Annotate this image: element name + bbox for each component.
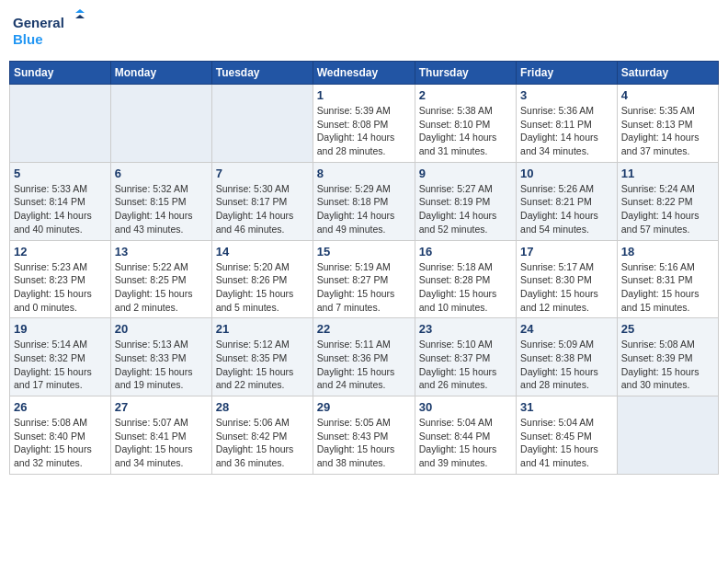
calendar-day-cell: 13Sunrise: 5:22 AM Sunset: 8:25 PM Dayli… xyxy=(110,240,211,318)
page-header: General Blue xyxy=(9,9,719,53)
calendar-week-row: 5Sunrise: 5:33 AM Sunset: 8:14 PM Daylig… xyxy=(10,162,719,240)
day-info: Sunrise: 5:32 AM Sunset: 8:15 PM Dayligh… xyxy=(115,182,208,236)
calendar-day-cell: 15Sunrise: 5:19 AM Sunset: 8:27 PM Dayli… xyxy=(313,240,415,318)
day-number: 23 xyxy=(419,322,512,336)
svg-marker-3 xyxy=(75,15,85,18)
calendar-day-cell: 14Sunrise: 5:20 AM Sunset: 8:26 PM Dayli… xyxy=(211,240,313,318)
weekday-header-cell: Sunday xyxy=(10,62,111,85)
calendar-day-cell xyxy=(110,85,211,163)
day-info: Sunrise: 5:08 AM Sunset: 8:40 PM Dayligh… xyxy=(14,416,107,470)
day-number: 11 xyxy=(621,167,714,180)
day-info: Sunrise: 5:06 AM Sunset: 8:42 PM Dayligh… xyxy=(216,416,309,470)
calendar-day-cell: 5Sunrise: 5:33 AM Sunset: 8:14 PM Daylig… xyxy=(10,162,111,240)
calendar-table: SundayMondayTuesdayWednesdayThursdayFrid… xyxy=(9,61,719,475)
day-number: 22 xyxy=(317,322,411,336)
day-number: 14 xyxy=(216,245,309,259)
day-number: 13 xyxy=(115,245,208,259)
calendar-day-cell: 19Sunrise: 5:14 AM Sunset: 8:32 PM Dayli… xyxy=(10,318,111,396)
day-info: Sunrise: 5:10 AM Sunset: 8:37 PM Dayligh… xyxy=(419,338,512,392)
calendar-day-cell: 1Sunrise: 5:39 AM Sunset: 8:08 PM Daylig… xyxy=(313,85,415,163)
day-number: 5 xyxy=(14,167,107,180)
day-info: Sunrise: 5:24 AM Sunset: 8:22 PM Dayligh… xyxy=(621,182,714,236)
day-number: 27 xyxy=(115,400,208,414)
calendar-day-cell: 22Sunrise: 5:11 AM Sunset: 8:36 PM Dayli… xyxy=(313,318,415,396)
calendar-day-cell: 2Sunrise: 5:38 AM Sunset: 8:10 PM Daylig… xyxy=(415,85,516,163)
calendar-day-cell: 9Sunrise: 5:27 AM Sunset: 8:19 PM Daylig… xyxy=(415,162,516,240)
calendar-day-cell: 20Sunrise: 5:13 AM Sunset: 8:33 PM Dayli… xyxy=(110,318,211,396)
day-number: 24 xyxy=(520,322,613,336)
calendar-day-cell: 23Sunrise: 5:10 AM Sunset: 8:37 PM Dayli… xyxy=(415,318,516,396)
calendar-day-cell: 16Sunrise: 5:18 AM Sunset: 8:28 PM Dayli… xyxy=(415,240,516,318)
calendar-day-cell: 17Sunrise: 5:17 AM Sunset: 8:30 PM Dayli… xyxy=(517,240,618,318)
day-number: 6 xyxy=(115,167,208,180)
weekday-header-cell: Wednesday xyxy=(313,62,415,85)
day-info: Sunrise: 5:20 AM Sunset: 8:26 PM Dayligh… xyxy=(216,260,309,315)
day-info: Sunrise: 5:16 AM Sunset: 8:31 PM Dayligh… xyxy=(621,260,714,315)
day-number: 8 xyxy=(317,167,411,180)
day-info: Sunrise: 5:26 AM Sunset: 8:21 PM Dayligh… xyxy=(520,182,613,236)
calendar-day-cell: 7Sunrise: 5:30 AM Sunset: 8:17 PM Daylig… xyxy=(211,162,313,240)
calendar-day-cell: 10Sunrise: 5:26 AM Sunset: 8:21 PM Dayli… xyxy=(517,162,618,240)
day-info: Sunrise: 5:11 AM Sunset: 8:36 PM Dayligh… xyxy=(317,338,411,392)
day-number: 21 xyxy=(216,322,309,336)
day-info: Sunrise: 5:27 AM Sunset: 8:19 PM Dayligh… xyxy=(419,182,512,236)
day-info: Sunrise: 5:30 AM Sunset: 8:17 PM Dayligh… xyxy=(216,182,309,236)
day-info: Sunrise: 5:19 AM Sunset: 8:27 PM Dayligh… xyxy=(317,260,411,315)
day-number: 25 xyxy=(621,322,714,336)
calendar-day-cell: 26Sunrise: 5:08 AM Sunset: 8:40 PM Dayli… xyxy=(10,396,111,475)
day-number: 7 xyxy=(216,167,309,180)
day-info: Sunrise: 5:33 AM Sunset: 8:14 PM Dayligh… xyxy=(14,182,107,236)
calendar-day-cell: 12Sunrise: 5:23 AM Sunset: 8:23 PM Dayli… xyxy=(10,240,111,318)
day-info: Sunrise: 5:18 AM Sunset: 8:28 PM Dayligh… xyxy=(419,260,512,315)
calendar-day-cell: 4Sunrise: 5:35 AM Sunset: 8:13 PM Daylig… xyxy=(617,85,718,163)
calendar-day-cell: 27Sunrise: 5:07 AM Sunset: 8:41 PM Dayli… xyxy=(110,396,211,475)
day-info: Sunrise: 5:38 AM Sunset: 8:10 PM Dayligh… xyxy=(419,104,512,158)
calendar-day-cell xyxy=(211,85,313,163)
day-number: 4 xyxy=(621,88,714,102)
calendar-day-cell: 25Sunrise: 5:08 AM Sunset: 8:39 PM Dayli… xyxy=(617,318,718,396)
day-info: Sunrise: 5:08 AM Sunset: 8:39 PM Dayligh… xyxy=(621,338,714,392)
calendar-day-cell: 21Sunrise: 5:12 AM Sunset: 8:35 PM Dayli… xyxy=(211,318,313,396)
weekday-header-row: SundayMondayTuesdayWednesdayThursdayFrid… xyxy=(10,62,719,85)
day-number: 31 xyxy=(520,400,613,414)
day-number: 1 xyxy=(317,88,411,102)
day-info: Sunrise: 5:12 AM Sunset: 8:35 PM Dayligh… xyxy=(216,338,309,392)
day-info: Sunrise: 5:39 AM Sunset: 8:08 PM Dayligh… xyxy=(317,104,411,158)
day-info: Sunrise: 5:17 AM Sunset: 8:30 PM Dayligh… xyxy=(520,260,613,315)
day-info: Sunrise: 5:29 AM Sunset: 8:18 PM Dayligh… xyxy=(317,182,411,236)
calendar-day-cell: 29Sunrise: 5:05 AM Sunset: 8:43 PM Dayli… xyxy=(313,396,415,475)
logo-svg: General Blue xyxy=(13,9,86,53)
calendar-day-cell: 8Sunrise: 5:29 AM Sunset: 8:18 PM Daylig… xyxy=(313,162,415,240)
svg-text:General: General xyxy=(13,15,64,30)
day-info: Sunrise: 5:04 AM Sunset: 8:45 PM Dayligh… xyxy=(520,416,613,470)
weekday-header-cell: Monday xyxy=(110,62,211,85)
calendar-day-cell: 6Sunrise: 5:32 AM Sunset: 8:15 PM Daylig… xyxy=(110,162,211,240)
day-number: 19 xyxy=(14,322,107,336)
weekday-header-cell: Friday xyxy=(517,62,618,85)
weekday-header-cell: Thursday xyxy=(415,62,516,85)
day-number: 17 xyxy=(520,245,613,259)
day-number: 29 xyxy=(317,400,411,414)
day-info: Sunrise: 5:04 AM Sunset: 8:44 PM Dayligh… xyxy=(419,416,512,470)
day-info: Sunrise: 5:13 AM Sunset: 8:33 PM Dayligh… xyxy=(115,338,208,392)
calendar-day-cell: 18Sunrise: 5:16 AM Sunset: 8:31 PM Dayli… xyxy=(617,240,718,318)
day-info: Sunrise: 5:36 AM Sunset: 8:11 PM Dayligh… xyxy=(520,104,613,158)
calendar-day-cell: 24Sunrise: 5:09 AM Sunset: 8:38 PM Dayli… xyxy=(517,318,618,396)
day-info: Sunrise: 5:09 AM Sunset: 8:38 PM Dayligh… xyxy=(520,338,613,392)
weekday-header-cell: Saturday xyxy=(617,62,718,85)
day-info: Sunrise: 5:23 AM Sunset: 8:23 PM Dayligh… xyxy=(14,260,107,315)
day-number: 10 xyxy=(520,167,613,180)
day-number: 28 xyxy=(216,400,309,414)
day-number: 3 xyxy=(520,88,613,102)
day-number: 15 xyxy=(317,245,411,259)
calendar-day-cell xyxy=(10,85,111,163)
day-number: 9 xyxy=(419,167,512,180)
day-number: 18 xyxy=(621,245,714,259)
logo: General Blue xyxy=(13,9,86,53)
svg-text:Blue: Blue xyxy=(13,31,43,47)
day-number: 12 xyxy=(14,245,107,259)
calendar-week-row: 1Sunrise: 5:39 AM Sunset: 8:08 PM Daylig… xyxy=(10,85,719,163)
day-number: 20 xyxy=(115,322,208,336)
day-number: 2 xyxy=(419,88,512,102)
calendar-day-cell: 3Sunrise: 5:36 AM Sunset: 8:11 PM Daylig… xyxy=(517,85,618,163)
